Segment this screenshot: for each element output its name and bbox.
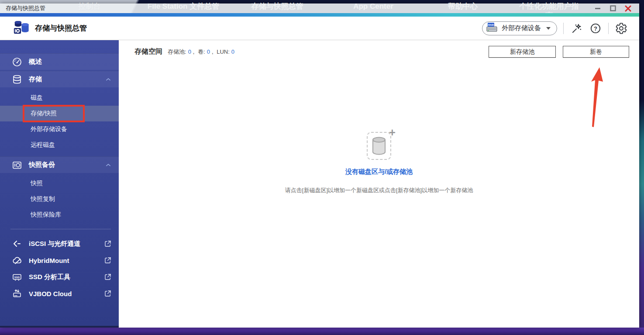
sidebar-item-label: SSD 分析工具: [29, 273, 70, 281]
app-title: 存储与快照总管: [35, 23, 87, 33]
sidebar-item-snapshots[interactable]: 快照: [0, 176, 119, 191]
vjbod-disk-icon: [11, 288, 23, 299]
sidebar-item-storage-snapshots[interactable]: 存储/快照: [0, 106, 119, 121]
sidebar-item-label: 快照复制: [31, 195, 55, 203]
sidebar-item-disks[interactable]: 磁盘: [0, 90, 119, 106]
sidebar-item-remote-disk[interactable]: 远程磁盘: [0, 137, 119, 153]
window-title: 存储与快照总管: [6, 4, 45, 12]
sidebar-item-overview[interactable]: 概述: [0, 53, 119, 70]
pool-count-label: 存储池:: [168, 48, 186, 55]
sidebar-item-label: 远程磁盘: [31, 141, 55, 149]
raid-disk-icon: RAID: [486, 22, 498, 35]
sidebar-item-label: 外部存储设备: [31, 125, 67, 133]
storage-snapshots-window: 存储与快照总管: [0, 3, 639, 328]
sidebar-item-iscsi-fc[interactable]: iSCSI 与光纤通道: [0, 235, 119, 252]
empty-state: + 没有磁盘区与/或存储池 请点击[新磁盘区]以增加一个新磁盘区或点击[新存储池…: [119, 132, 639, 194]
sidebar-item-vjbod-cloud[interactable]: VJBOD Cloud: [0, 285, 119, 302]
device-selector-dropdown[interactable]: RAID 外部存储设备: [482, 21, 557, 35]
sidebar-item-label: 快照: [31, 180, 43, 187]
external-link-icon: [104, 256, 112, 264]
sidebar-item-snapshot-backup[interactable]: 快照备份: [0, 156, 119, 173]
external-link-icon: [104, 240, 112, 248]
storage-counters: 存储池:0, 卷:0, LUN:0: [168, 48, 236, 56]
external-link-icon: [104, 273, 112, 281]
screen: 控制台 File Station 文件总管 存储与快照总管 App Center…: [0, 0, 644, 335]
sidebar-item-label: 存储: [29, 75, 42, 83]
external-link-icon: [104, 290, 112, 297]
storage-stack-icon: [11, 74, 23, 85]
sidebar-item-external-storage[interactable]: 外部存储设备: [0, 121, 119, 137]
sidebar-nav: 概述 存储: [0, 40, 119, 328]
svg-text:?: ?: [594, 25, 597, 31]
svg-text:SSD: SSD: [14, 276, 20, 279]
svg-text:RAID: RAID: [488, 23, 494, 26]
volume-count-value: 0: [207, 48, 210, 55]
sidebar-item-snapshot-replica[interactable]: 快照复制: [0, 191, 119, 207]
help-icon[interactable]: ?: [589, 22, 602, 35]
close-button[interactable]: [625, 5, 631, 12]
device-selector-label: 外部存储设备: [502, 24, 541, 32]
iscsi-icon: [11, 238, 23, 249]
new-storage-pool-button[interactable]: 新存储池: [489, 46, 556, 58]
app-logo-icon: [13, 19, 30, 38]
sidebar-item-hybridmount[interactable]: HybridMount: [0, 252, 119, 269]
empty-state-hint: 请点击[新磁盘区]以增加一个新磁盘区或点击[新存储池]以增加一个新存储池: [285, 186, 473, 194]
desktop-taskbar-strip: [0, 328, 644, 335]
sidebar-item-label: 快照保险库: [31, 211, 61, 219]
new-volume-button[interactable]: 新卷: [563, 46, 629, 58]
maximize-button[interactable]: [610, 5, 616, 12]
chevron-up-icon[interactable]: [105, 162, 112, 169]
snapshot-camera-icon: [11, 159, 23, 171]
volume-count-label: 卷:: [198, 48, 205, 55]
accent-gradient-strip: [0, 13, 639, 17]
sidebar-item-label: HybridMount: [29, 257, 69, 264]
chevron-down-icon: [546, 27, 551, 30]
lun-count-value: 0: [231, 48, 234, 55]
settings-gear-icon[interactable]: [615, 22, 628, 35]
add-disk-volume-icon: +: [367, 132, 391, 160]
header-divider: [608, 23, 609, 34]
wizard-wand-icon[interactable]: [570, 22, 583, 35]
sidebar-item-label: VJBOD Cloud: [29, 290, 72, 297]
minimize-button[interactable]: [594, 5, 601, 12]
empty-state-title: 没有磁盘区与/或存储池: [345, 168, 413, 176]
window-titlebar: 存储与快照总管: [0, 3, 639, 13]
sidebar-item-snapshot-vault[interactable]: 快照保险库: [0, 207, 119, 223]
chevron-up-icon[interactable]: [105, 76, 112, 83]
sidebar-divider: [10, 229, 111, 229]
gauge-icon: [11, 56, 23, 68]
section-title: 存储空间: [134, 47, 162, 56]
cloud-icon: [11, 255, 23, 266]
desktop-right-strip: [639, 0, 644, 335]
sidebar-item-label: iSCSI 与光纤通道: [29, 240, 80, 248]
sidebar-item-ssd-profiling[interactable]: SSD SSD 分析工具: [0, 269, 119, 285]
header-divider: [563, 23, 564, 34]
sidebar-item-label: 磁盘: [31, 94, 43, 102]
sidebar-item-label: 存储/快照: [31, 110, 57, 117]
app-header: 存储与快照总管 RAID 外部存储设备: [0, 17, 639, 40]
plus-icon: +: [389, 128, 396, 137]
sidebar-item-label: 概述: [29, 58, 42, 66]
pool-count-value: 0: [188, 48, 191, 55]
sidebar-item-storage[interactable]: 存储: [0, 71, 119, 87]
sidebar-item-label: 快照备份: [29, 161, 55, 169]
lun-count-label: LUN:: [217, 48, 230, 55]
ssd-icon: SSD: [11, 271, 23, 283]
main-content: 存储空间 存储池:0, 卷:0, LUN:0 新存储池 新卷: [119, 40, 639, 328]
